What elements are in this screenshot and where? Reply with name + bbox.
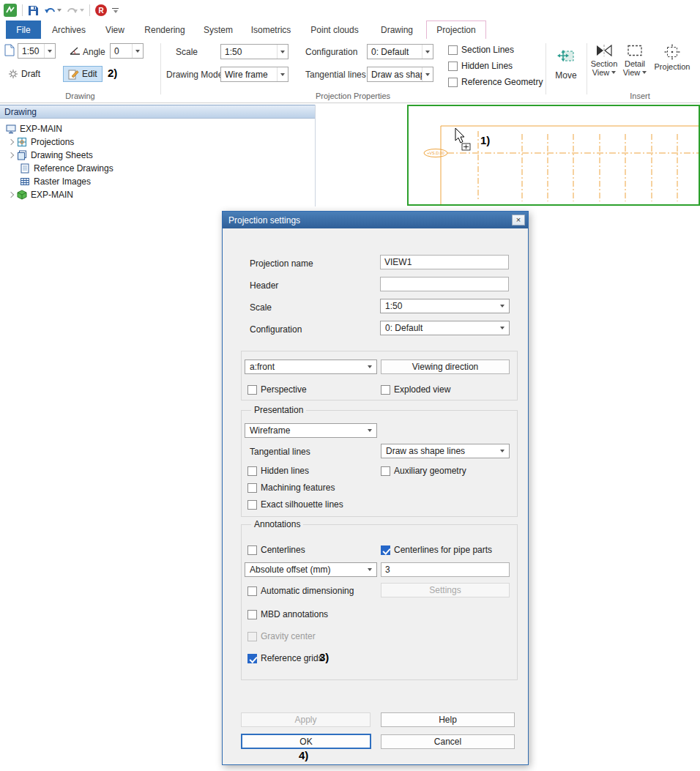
tree-item-exp-main-model[interactable]: EXP-MAIN: [9, 188, 73, 201]
dropdown-arrow-icon[interactable]: [132, 44, 143, 58]
tree-item-exp-main[interactable]: EXP-MAIN: [6, 122, 62, 135]
ribbon-tabs: File Archives View Rendering System Isom…: [0, 21, 700, 39]
edit-button[interactable]: Edit: [63, 66, 103, 82]
tab-isometrics[interactable]: Isometrics: [243, 21, 299, 39]
dialog-titlebar[interactable]: Projection settings: [223, 212, 528, 228]
projection-button[interactable]: Projection: [651, 42, 693, 90]
tab-system[interactable]: System: [196, 21, 240, 39]
move-button[interactable]: Move: [548, 42, 584, 90]
tree-item-reference-drawings[interactable]: Reference Drawings: [20, 162, 113, 175]
customize-bar: [112, 8, 119, 9]
checkbox-box: [381, 466, 390, 476]
dropdown-arrow-icon[interactable]: [44, 44, 55, 58]
ribbon: 1:50 Angle 0 Draft Edit 2) Drawing Scale: [0, 39, 700, 103]
tab-rendering[interactable]: Rendering: [138, 21, 192, 39]
viewing-direction-button[interactable]: Viewing direction: [381, 360, 510, 374]
apply-button: Apply: [241, 712, 371, 727]
customize-toolbar-icon[interactable]: [112, 8, 119, 13]
viewing-direction-select[interactable]: a:front: [245, 360, 377, 374]
tree-item-drawing-sheets[interactable]: Drawing Sheets: [9, 149, 93, 162]
dialog-configuration-select[interactable]: 0: Default: [380, 321, 510, 335]
cancel-button[interactable]: Cancel: [381, 734, 515, 749]
tree-panel-title: Drawing: [4, 107, 37, 117]
dialog-hidden-lines-checkbox[interactable]: Hidden lines: [247, 466, 309, 476]
centerlines-pipe-checkbox[interactable]: Centerlines for pipe parts: [381, 545, 492, 555]
projection-name-input[interactable]: [380, 255, 509, 269]
raster-grid-icon: [20, 176, 30, 187]
presentation-mode-value: Wireframe: [245, 424, 363, 437]
drawing-content: +VS.D.00: [409, 106, 699, 204]
draft-icon: [8, 69, 18, 79]
drawing-mode-combo[interactable]: Wire frame: [220, 67, 288, 82]
dropdown-arrow-icon[interactable]: [422, 45, 433, 59]
reference-geometry-checkbox[interactable]: Reference Geometry: [448, 77, 543, 87]
machining-features-checkbox[interactable]: Machining features: [247, 483, 335, 493]
help-button[interactable]: Help: [381, 712, 515, 727]
tree-item-projections[interactable]: Projections: [9, 135, 74, 149]
monitor-icon: [6, 124, 16, 134]
tab-view[interactable]: View: [98, 21, 132, 39]
undo-icon[interactable]: [44, 6, 62, 15]
dropdown-arrow-icon: [496, 321, 509, 335]
auxiliary-geometry-checkbox[interactable]: Auxiliary geometry: [381, 466, 466, 476]
reference-grids-checkbox[interactable]: Reference grids: [247, 653, 323, 663]
draft-button[interactable]: Draft: [3, 66, 45, 82]
chevron-right-icon[interactable]: [8, 139, 14, 145]
detail-view-icon: [627, 44, 643, 57]
dropdown-arrow-icon[interactable]: [277, 67, 288, 81]
r-badge-icon[interactable]: R: [95, 4, 107, 16]
tangential-lines-combo[interactable]: Draw as shape: [367, 67, 433, 82]
dialog-scale-select[interactable]: 1:50: [380, 299, 510, 313]
tab-projection[interactable]: Projection: [426, 21, 486, 39]
offset-value-input[interactable]: [381, 562, 510, 577]
save-icon[interactable]: [28, 5, 39, 16]
ok-button[interactable]: OK: [241, 734, 371, 749]
sheet-scale-combo[interactable]: 1:50: [18, 43, 56, 59]
chevron-right-icon[interactable]: [8, 152, 14, 158]
exact-silhouette-checkbox[interactable]: Exact silhouette lines: [247, 499, 343, 510]
application-window: R File Archives View Rendering System Is…: [0, 0, 700, 771]
sheet-scale-value: 1:50: [18, 44, 44, 58]
hidden-lines-ribbon-label: Hidden Lines: [461, 61, 513, 71]
tab-drawing[interactable]: Drawing: [371, 21, 423, 39]
reference-grids-label: Reference grids: [261, 653, 323, 663]
toolbar-separator: [89, 4, 90, 16]
offset-mode-select[interactable]: Absolute offset (mm): [245, 562, 377, 577]
section-lines-checkbox[interactable]: Section Lines: [448, 45, 514, 55]
close-icon[interactable]: ×: [512, 215, 525, 226]
insert-group-label: Insert: [587, 92, 693, 100]
tree-item-label: EXP-MAIN: [31, 190, 73, 200]
dropdown-arrow-icon: [363, 360, 376, 373]
drawing-canvas[interactable]: +VS.D.00 1): [407, 105, 700, 206]
dropdown-arrow-icon[interactable]: [277, 45, 288, 59]
automatic-dimensioning-checkbox[interactable]: Automatic dimensioning: [247, 586, 354, 596]
hidden-lines-ribbon-checkbox[interactable]: Hidden Lines: [448, 61, 513, 71]
mbd-annotations-checkbox[interactable]: MBD annotations: [247, 609, 328, 619]
configuration-value: 0: Default: [368, 45, 422, 59]
tangential-lines-value: Draw as shape: [368, 67, 422, 81]
header-input[interactable]: [380, 277, 509, 291]
dropdown-arrow-icon[interactable]: [422, 67, 433, 81]
checkbox-box: [381, 385, 390, 395]
tab-file[interactable]: File: [6, 21, 41, 39]
mbd-annotations-label: MBD annotations: [261, 609, 328, 619]
angle-combo[interactable]: 0: [110, 43, 144, 59]
detail-view-button[interactable]: Detail View: [620, 42, 649, 90]
dialog-tangential-select[interactable]: Draw as shape lines: [381, 444, 510, 458]
perspective-checkbox[interactable]: Perspective: [247, 384, 307, 395]
checkbox-box: [247, 610, 257, 619]
scale-combo[interactable]: 1:50: [220, 44, 288, 59]
configuration-combo[interactable]: 0: Default: [367, 44, 433, 59]
tree-item-raster-images[interactable]: Raster Images: [20, 175, 91, 188]
chevron-right-icon[interactable]: [8, 192, 14, 198]
undo-dropdown-icon[interactable]: [57, 9, 62, 12]
app-logo-icon[interactable]: [4, 4, 17, 17]
exploded-view-checkbox[interactable]: Exploded view: [381, 384, 450, 395]
tab-point-clouds[interactable]: Point clouds: [303, 21, 366, 39]
annotation-4: 4): [299, 749, 308, 761]
tab-archives[interactable]: Archives: [45, 21, 92, 39]
redo-icon: [67, 6, 84, 15]
centerlines-checkbox[interactable]: Centerlines: [247, 545, 305, 555]
presentation-mode-select[interactable]: Wireframe: [245, 423, 377, 438]
section-view-button[interactable]: Section View: [588, 42, 620, 90]
